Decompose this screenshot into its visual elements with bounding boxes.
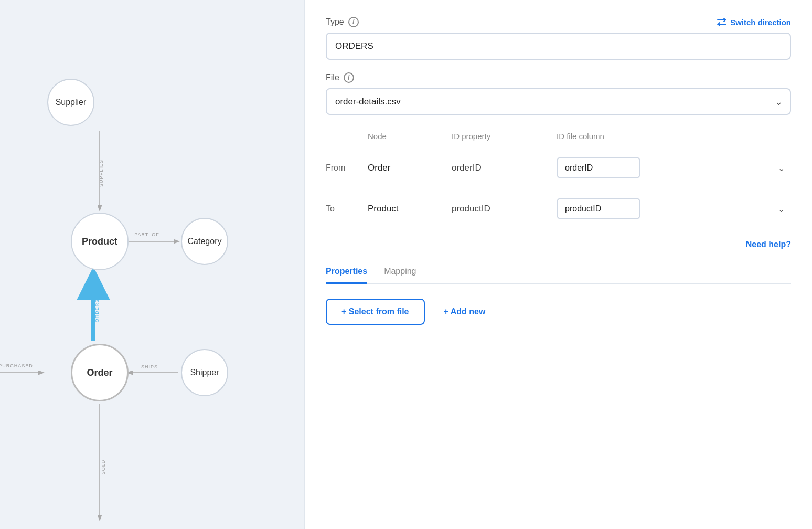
table-row-to: To Product productID productID orderID c… xyxy=(326,188,791,229)
orders-label: ORDERS xyxy=(94,299,100,323)
sold-label: SOLD xyxy=(101,460,106,475)
from-id-column-chevron: ⌄ xyxy=(778,163,785,173)
graph-panel: SUPPLIES PART_OF ORDERS SHIPS PURCHASED … xyxy=(0,0,304,529)
type-input[interactable] xyxy=(326,33,791,60)
add-new-button[interactable]: + Add new xyxy=(435,300,494,324)
to-id-column-wrapper: productID orderID customerID ⌄ xyxy=(557,198,791,219)
to-id-property: productID xyxy=(452,204,557,214)
from-id-column-select[interactable]: orderID productID customerID xyxy=(557,157,640,178)
col-id-property: ID property xyxy=(452,132,557,141)
bottom-buttons: + Select from file + Add new xyxy=(326,299,791,325)
file-label: File xyxy=(326,73,339,82)
select-from-file-button[interactable]: + Select from file xyxy=(326,299,425,325)
from-id-column-wrapper: orderID productID customerID ⌄ xyxy=(557,157,791,178)
tab-properties[interactable]: Properties xyxy=(326,262,367,284)
graph-svg: SUPPLIES PART_OF ORDERS SHIPS PURCHASED … xyxy=(0,0,304,529)
tab-mapping[interactable]: Mapping xyxy=(384,262,416,284)
type-label: Type xyxy=(326,17,344,27)
col-id-file-column: ID file column xyxy=(557,132,791,141)
shipper-node[interactable]: Shipper xyxy=(181,349,228,396)
supplies-label: SUPPLIES xyxy=(99,160,104,187)
to-id-column-select[interactable]: productID orderID customerID xyxy=(557,198,640,219)
col-direction xyxy=(326,132,368,141)
file-label-group: File i xyxy=(326,72,791,83)
type-section-header: Type i Switch direction xyxy=(326,17,791,27)
product-node[interactable]: Product xyxy=(71,213,129,270)
switch-direction-icon xyxy=(717,18,727,26)
table-header: Node ID property ID file column xyxy=(326,128,791,147)
file-select-wrapper: order-details.csv orders.csv order-items… xyxy=(326,88,791,115)
from-id-property: orderID xyxy=(452,163,557,173)
switch-direction-button[interactable]: Switch direction xyxy=(717,18,791,27)
order-node[interactable]: Order xyxy=(71,344,129,401)
need-help-link[interactable]: Need help? xyxy=(746,240,791,249)
from-label: From xyxy=(326,163,368,173)
supplier-node[interactable]: Supplier xyxy=(47,79,94,126)
col-node: Node xyxy=(368,132,452,141)
to-id-column-select-wrapper: productID orderID customerID ⌄ xyxy=(557,198,791,219)
type-label-group: Type i xyxy=(326,17,359,27)
partof-label: PART_OF xyxy=(134,232,159,237)
to-id-column-chevron: ⌄ xyxy=(778,204,785,214)
mapping-table: Node ID property ID file column From Ord… xyxy=(326,128,791,229)
need-help-section: Need help? xyxy=(326,240,791,249)
from-id-column-select-wrapper: orderID productID customerID ⌄ xyxy=(557,157,791,178)
file-info-icon[interactable]: i xyxy=(344,72,354,83)
category-node[interactable]: Category xyxy=(181,218,228,265)
table-row-from: From Order orderID orderID productID cus… xyxy=(326,147,791,188)
from-node: Order xyxy=(368,163,452,173)
tabs-row: Properties Mapping xyxy=(326,262,791,284)
file-select[interactable]: order-details.csv orders.csv order-items… xyxy=(326,88,791,115)
purchased-label: PURCHASED xyxy=(0,363,33,368)
right-panel: Type i Switch direction File i order-det… xyxy=(304,0,812,529)
ships-label: SHIPS xyxy=(141,364,158,369)
to-node: Product xyxy=(368,204,452,214)
to-label: To xyxy=(326,204,368,214)
type-info-icon[interactable]: i xyxy=(348,17,359,27)
